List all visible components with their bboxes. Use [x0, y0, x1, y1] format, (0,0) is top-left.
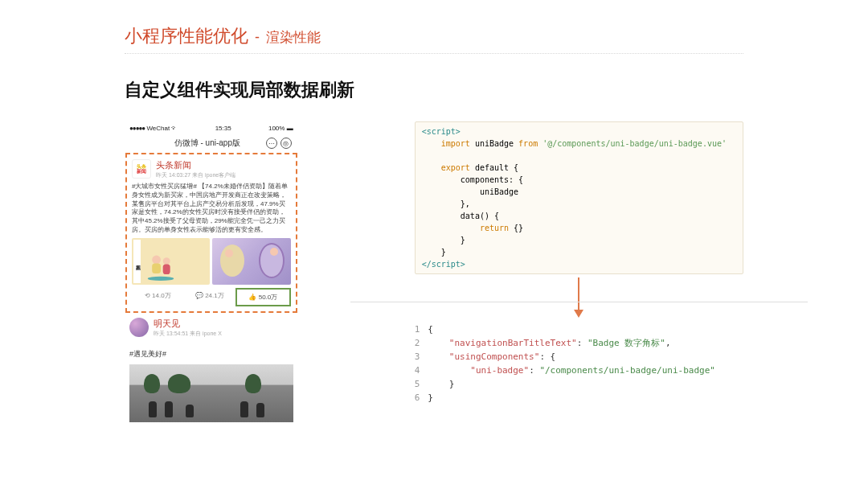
svg-rect-1 [152, 263, 161, 273]
poster-logo: 头条 新闻 [132, 159, 151, 179]
code-vue-script: <script> import uniBadge from '@/compone… [415, 121, 743, 274]
slide-header: 小程序性能优化 - 渲染性能 [125, 24, 743, 54]
battery-icon: ▬ [287, 125, 293, 132]
divider [350, 302, 808, 302]
clock: 15:35 [215, 125, 231, 132]
title-sub: 渲染性能 [266, 28, 321, 47]
app-bar: 仿微博 - uni-app版 ⋯ ◎ [125, 135, 298, 153]
like-button[interactable]: 👍 50.0万 [235, 288, 291, 306]
title-dash: - [255, 29, 260, 46]
code-panel: <script> import uniBadge from '@/compone… [415, 121, 743, 405]
comment-button[interactable]: 💬 24.1万 [184, 288, 236, 306]
post-images: 我不是坏人 [132, 238, 291, 285]
wifi-icon: ᯤ [171, 125, 178, 132]
more-icon[interactable]: ⋯ [266, 138, 277, 149]
post-meta: 昨天 14:03:27 来自 ipone客户端 [156, 171, 235, 179]
poster-name[interactable]: 头条新闻 [156, 159, 235, 171]
highlighted-component: 头条 新闻 头条新闻 昨天 14:03:27 来自 ipone客户端 #大城市女… [125, 153, 297, 313]
title-main: 小程序性能优化 [125, 24, 248, 48]
post-image-2[interactable] [212, 238, 290, 285]
post-2: 明天见 昨天 13:54:51 来自 ipone X [125, 313, 298, 346]
post-meta-2: 昨天 13:54:51 来自 ipone X [154, 330, 222, 338]
appbar-title: 仿微博 - uni-app版 [174, 138, 240, 149]
signal-icon: ●●●●● [129, 125, 145, 132]
svg-rect-3 [163, 264, 170, 274]
svg-point-2 [163, 257, 170, 265]
svg-point-0 [152, 255, 161, 264]
post-image-1[interactable]: 我不是坏人 [132, 238, 210, 285]
repost-button[interactable]: ⟲ 14.0万 [132, 288, 184, 306]
svg-point-4 [148, 276, 174, 280]
line-numbers: 1 2 3 4 5 6 [415, 323, 428, 405]
target-icon[interactable]: ◎ [280, 138, 292, 149]
arrow-down-icon [415, 274, 743, 323]
post-body: #大城市女性买房猛增# 【74.2%未婚伴侣资助】随着单身女性成为新买家，中国房… [132, 183, 291, 235]
post-hashtag[interactable]: #遇见美好# [125, 346, 298, 363]
post-actions: ⟲ 14.0万 💬 24.1万 👍 50.0万 [132, 288, 291, 306]
post-photo[interactable] [129, 364, 293, 422]
poster-avatar[interactable] [129, 318, 149, 337]
subtitle: 自定义组件实现局部数据刷新 [125, 78, 743, 102]
carrier-label: WeChat [146, 125, 170, 132]
code-json-config: 1 2 3 4 5 6 { "navigationBarTitleText": … [415, 323, 743, 405]
poster-name-2[interactable]: 明天见 [154, 318, 222, 330]
phone-mock: ●●●●● WeChat ᯤ 15:35 100% ▬ 仿微博 - uni-ap… [125, 121, 298, 424]
status-bar: ●●●●● WeChat ᯤ 15:35 100% ▬ [125, 121, 298, 135]
battery-label: 100% [268, 125, 285, 132]
